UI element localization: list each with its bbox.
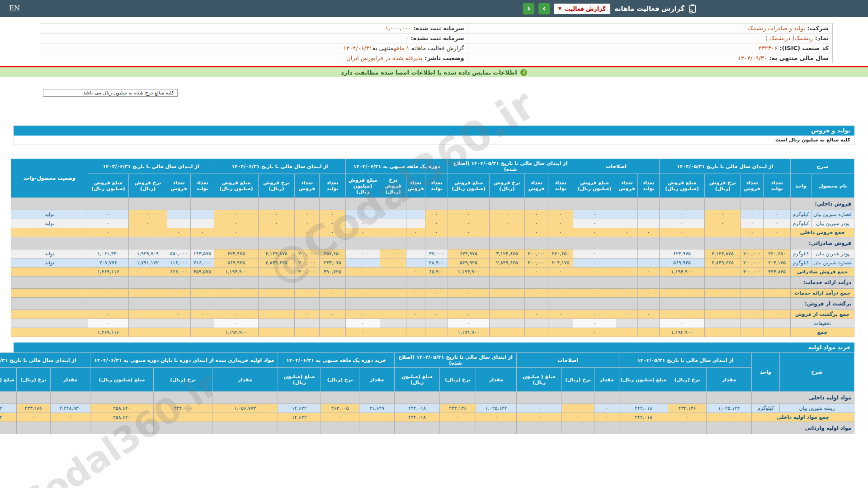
cell — [619, 392, 668, 404]
table-row: جمع مواد اولیه داخلی۰۰۴۴۴,۰۱۸۰۰۰۰۰۴۴۴,۰۱… — [0, 413, 854, 422]
cell — [764, 319, 791, 328]
cell: ۱۴۳,۵۷۵ — [190, 249, 214, 258]
cell — [741, 237, 764, 249]
column-header: مبلغ فروش (میلیون ریال) — [659, 174, 704, 198]
cell — [489, 328, 524, 337]
cell: ۰ — [659, 219, 704, 228]
cell — [319, 198, 345, 210]
column-header: مبلغ فروش (میلیون ریال) — [345, 174, 380, 198]
cell — [128, 237, 167, 249]
cell — [659, 198, 704, 210]
cell — [425, 328, 448, 337]
cell: ۰ — [214, 310, 258, 319]
row-label: جمع درآمد ارائه خدمات — [791, 289, 854, 298]
info-cell: سرمایه ثبت نشده: ۰ — [40, 33, 468, 43]
row-label: جمع فروش داخلی — [791, 228, 854, 237]
cell: ۰ — [439, 413, 476, 422]
cell: ۲۱۶,۰۰۰ — [190, 258, 214, 267]
cell: ۰ — [524, 267, 548, 277]
column-header: نرخ (ریال) — [561, 368, 594, 392]
cell — [406, 298, 425, 310]
column-group-header: وضعیت محصول-واحد — [11, 159, 88, 198]
column-header: مبلغ (میلیون ریال) — [278, 368, 321, 392]
cell — [167, 210, 190, 219]
cell — [448, 198, 489, 210]
cell — [90, 392, 153, 404]
column-group-header: اصلاحات — [516, 353, 619, 368]
cell: ۰ — [190, 289, 214, 298]
product-name: عصاره شیرین بیان — [811, 258, 854, 267]
info-label: شرکت: — [805, 25, 829, 32]
status-cell — [11, 267, 88, 277]
info-row: نماد: ریشمک( دریشمک )سرمایه ثبت نشده: ۰ — [40, 33, 833, 43]
cell — [637, 210, 659, 219]
cell — [359, 422, 394, 434]
cell: ۳۷,۰۰۰ — [425, 249, 448, 258]
cell: ۳,۱۲۴,۸۷۵ — [258, 249, 294, 258]
cell: ۰ — [319, 289, 345, 298]
cell: ۰ — [345, 319, 380, 328]
cell: ۰ — [764, 289, 791, 298]
cell: ۲,۸۴۹,۶۲۵ — [489, 258, 524, 267]
cell: ۲۰۰,۰۰۰ — [741, 258, 764, 267]
cell: ۰ — [319, 228, 345, 237]
cell: ۲۰۰,۰۰۰ — [294, 249, 319, 258]
page-title: گزارش فعالیت ماهانه — [614, 5, 684, 12]
cell — [524, 328, 548, 337]
cell: ۶۶۶,۰۰۰ — [167, 267, 190, 277]
column-header: مبلغ (میلیون ریال) — [619, 368, 668, 392]
cell — [616, 258, 637, 267]
report-type-dropdown[interactable]: گزارش فعالیت ▼ — [554, 4, 610, 14]
cell: ۰ — [345, 310, 380, 319]
info-row: شرکت: تولید و صادرات ریشمکسرمایه ثبت شده… — [40, 23, 833, 33]
cell — [705, 237, 741, 249]
language-toggle-en[interactable]: EN — [9, 4, 20, 12]
cell — [258, 277, 294, 289]
table-row: پودر شیرین بیانکیلوگرم۲۲۰,۶۵۰۲۰۰,۰۰۰۳,۱۲… — [11, 249, 854, 258]
cell: ۴۳۴,۰۰۰ — [153, 404, 212, 413]
cell: ۰ — [128, 210, 167, 219]
cell — [594, 422, 619, 434]
cell: ۰ — [448, 219, 489, 228]
status-cell — [11, 289, 88, 298]
column-header: مبلغ (میلیون ریال) — [0, 368, 16, 392]
section-row: فروش داخلي: — [11, 198, 854, 210]
cell: ۰ — [637, 228, 659, 237]
cell: ۰ — [516, 413, 561, 422]
cell: ۱,۰۲۵,۱۲۴ — [476, 404, 516, 413]
cell: ۱۱۶,۰۰۰ — [167, 258, 190, 267]
cell — [406, 219, 425, 228]
cell: ۴۳۳,۱۳۶ — [668, 404, 707, 413]
column-header: مقدار — [50, 368, 90, 392]
cell — [212, 422, 278, 434]
signature-match-banner: i اطلاعات نمایش داده شده با اطلاعات امضا… — [0, 67, 868, 77]
cell: ۰ — [88, 210, 128, 219]
status-cell — [11, 228, 88, 237]
status-cell — [11, 319, 88, 328]
cell — [319, 328, 345, 337]
cell — [764, 298, 791, 310]
unit-note-wrap: کلیه مبالغ درج شده به میلیون ریال می باش… — [0, 89, 868, 97]
info-value: ۱۴۰۴/۰۶/۳۱ — [343, 45, 373, 52]
cell: ۰ — [153, 413, 212, 422]
cell: ۰ — [516, 404, 561, 413]
cell — [524, 319, 548, 328]
cell — [16, 422, 50, 434]
next-report-button[interactable]: › — [538, 3, 550, 14]
cell: ۴۳۳,۱۸۶ — [16, 404, 50, 413]
cell — [167, 219, 190, 228]
cell — [406, 210, 425, 219]
cell — [668, 392, 707, 404]
cell: ۳۵۹,۵۷۵ — [190, 267, 214, 277]
cell: ۰ — [88, 228, 128, 237]
cell: ۰ — [524, 310, 548, 319]
cell — [741, 298, 764, 310]
cell — [489, 289, 524, 298]
column-header: تعداد فروش — [406, 174, 425, 198]
cell — [345, 237, 380, 249]
cell: ۴۹۰,۷۲۵ — [319, 267, 345, 277]
cell — [319, 319, 345, 328]
cell: ۰ — [548, 310, 573, 319]
previous-report-button[interactable]: ‹ — [523, 3, 534, 14]
cell: ۰ — [489, 210, 524, 219]
